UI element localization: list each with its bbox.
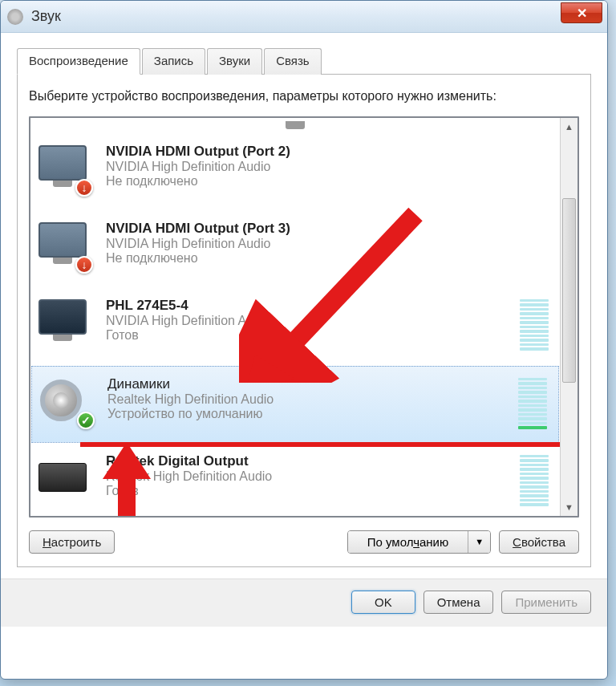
partial-device-above — [30, 118, 560, 134]
device-name: PHL 274E5-4 — [106, 298, 513, 314]
scroll-thumb[interactable] — [562, 198, 576, 383]
device-icon: ↓ — [38, 219, 90, 270]
sound-dialog: Звук ✕ Воспроизведение Запись Звуки Связ… — [0, 0, 608, 680]
configure-button[interactable]: Настроить — [29, 530, 115, 554]
level-meter — [518, 375, 547, 429]
device-name: NVIDIA HDMI Output (Port 2) — [106, 144, 552, 160]
device-name: NVIDIA HDMI Output (Port 3) — [106, 221, 552, 237]
device-icon — [38, 296, 90, 347]
device-info: NVIDIA HDMI Output (Port 3)NVIDIA High D… — [106, 219, 552, 266]
check-badge-icon: ✓ — [77, 412, 95, 429]
tab-sounds[interactable]: Звуки — [207, 48, 262, 75]
properties-button[interactable]: Свойства — [499, 530, 579, 554]
window-title: Звук — [31, 8, 61, 25]
ok-button[interactable]: OK — [351, 591, 415, 614]
level-meter — [520, 296, 549, 351]
device-status: Готов — [106, 328, 513, 343]
apply-button[interactable]: Применить — [501, 591, 591, 614]
device-info: PHL 274E5-4NVIDIA High Definition AudioГ… — [106, 296, 513, 343]
scroll-down-icon[interactable]: ▼ — [561, 498, 578, 516]
device-icon: ↓ — [38, 142, 90, 193]
device-status: Не подключено — [106, 251, 552, 266]
close-button[interactable]: ✕ — [561, 2, 602, 23]
device-status: Устройство по умолчанию — [107, 407, 512, 421]
chevron-down-icon[interactable]: ▼ — [468, 531, 490, 553]
device-info: ДинамикиRealtek High Definition AudioУст… — [107, 375, 512, 421]
device-driver: NVIDIA High Definition Audio — [106, 160, 552, 174]
tab-playback[interactable]: Воспроизведение — [17, 48, 140, 75]
device-icon — [38, 452, 90, 503]
cancel-button[interactable]: Отмена — [424, 591, 494, 614]
device-list: ↓NVIDIA HDMI Output (Port 2)NVIDIA High … — [29, 116, 579, 518]
down-badge-icon: ↓ — [75, 179, 93, 197]
device-button-row: Настроить По умолчанию ▼ Свойства — [29, 530, 579, 554]
device-icon: ✓ — [40, 375, 91, 426]
level-meter — [520, 452, 549, 506]
device-row[interactable]: ↓NVIDIA HDMI Output (Port 3)NVIDIA High … — [30, 211, 560, 288]
instruction-text: Выберите устройство воспроизведения, пар… — [29, 87, 579, 105]
device-row[interactable]: PHL 274E5-4NVIDIA High Definition AudioГ… — [30, 288, 560, 365]
device-row[interactable]: ✓ДинамикиRealtek High Definition AudioУс… — [31, 366, 559, 443]
device-driver: Realtek High Definition Audio — [107, 392, 512, 407]
annotation-underline — [80, 442, 560, 447]
device-info: Realtek Digital OutputRealtek High Defin… — [106, 452, 513, 498]
tab-communications[interactable]: Связь — [264, 48, 321, 75]
down-badge-icon: ↓ — [75, 256, 93, 274]
titlebar[interactable]: Звук ✕ — [1, 1, 607, 33]
dialog-footer: OK Отмена Применить — [1, 578, 607, 627]
device-driver: NVIDIA High Definition Audio — [106, 314, 513, 328]
content-area: Воспроизведение Запись Звуки Связь Выбер… — [1, 33, 607, 578]
device-name: Динамики — [107, 376, 512, 392]
volume-icon — [7, 9, 23, 25]
device-driver: NVIDIA High Definition Audio — [106, 237, 552, 251]
close-icon: ✕ — [577, 6, 587, 21]
tab-recording[interactable]: Запись — [142, 48, 205, 75]
tab-panel-playback: Выберите устройство воспроизведения, пар… — [17, 75, 591, 567]
scroll-up-icon[interactable]: ▲ — [561, 118, 578, 136]
scrollbar[interactable]: ▲ ▼ — [560, 118, 578, 516]
tab-strip: Воспроизведение Запись Звуки Связь — [17, 47, 591, 75]
device-driver: Realtek High Definition Audio — [106, 469, 513, 484]
set-default-button[interactable]: По умолчанию ▼ — [347, 530, 491, 554]
device-status: Готов — [106, 484, 513, 498]
device-info: NVIDIA HDMI Output (Port 2)NVIDIA High D… — [106, 142, 552, 189]
device-name: Realtek Digital Output — [106, 453, 513, 469]
device-row[interactable]: ↓NVIDIA HDMI Output (Port 2)NVIDIA High … — [30, 134, 560, 211]
device-row[interactable]: Realtek Digital OutputRealtek High Defin… — [30, 444, 560, 516]
device-status: Не подключено — [106, 174, 552, 189]
